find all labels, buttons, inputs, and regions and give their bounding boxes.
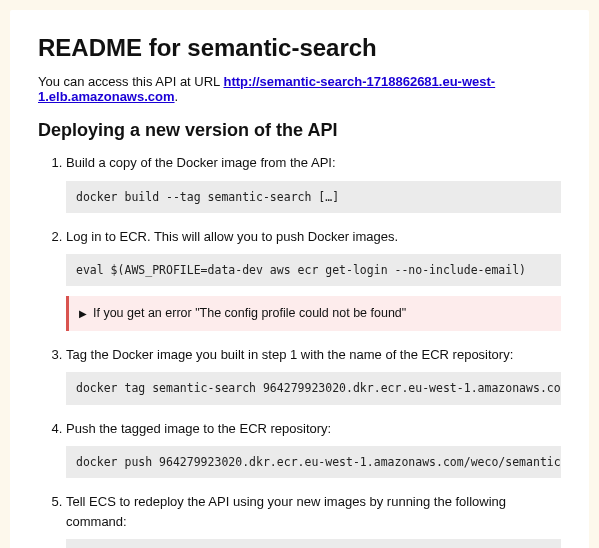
list-item: Tag the Docker image you built in step 1… [66, 345, 561, 405]
error-note[interactable]: ▶ If you get an error "The config profil… [66, 296, 561, 331]
intro-paragraph: You can access this API at URL http://se… [38, 74, 561, 104]
step-text: Tell ECS to redeploy the API using your … [66, 492, 561, 531]
intro-suffix: . [175, 89, 179, 104]
step-text: Log in to ECR. This will allow you to pu… [66, 227, 561, 247]
code-block: docker build --tag semantic-search […] [66, 181, 561, 213]
step-text: Build a copy of the Docker image from th… [66, 153, 561, 173]
page-title: README for semantic-search [38, 34, 561, 62]
readme-card: README for semantic-search You can acces… [10, 10, 589, 548]
list-item: Push the tagged image to the ECR reposit… [66, 419, 561, 479]
code-block: eval $(AWS_PROFILE=data-dev aws ecr get-… [66, 254, 561, 286]
section-heading-deploying: Deploying a new version of the API [38, 120, 561, 141]
deploy-steps-list: Build a copy of the Docker image from th… [38, 153, 561, 548]
error-note-text: If you get an error "The config profile … [93, 304, 406, 323]
disclosure-triangle-icon: ▶ [79, 306, 87, 321]
error-note-summary[interactable]: ▶ If you get an error "The config profil… [79, 304, 551, 323]
code-block: docker tag semantic-search 964279923020.… [66, 372, 561, 404]
list-item: Build a copy of the Docker image from th… [66, 153, 561, 213]
code-block: docker push 964279923020.dkr.ecr.eu-west… [66, 446, 561, 478]
step-text: Tag the Docker image you built in step 1… [66, 345, 561, 365]
list-item: Log in to ECR. This will allow you to pu… [66, 227, 561, 331]
list-item: Tell ECS to redeploy the API using your … [66, 492, 561, 548]
intro-prefix: You can access this API at URL [38, 74, 223, 89]
step-text: Push the tagged image to the ECR reposit… [66, 419, 561, 439]
code-block: AWS_PROFILE=data-dev aws ecs update-serv… [66, 539, 561, 548]
